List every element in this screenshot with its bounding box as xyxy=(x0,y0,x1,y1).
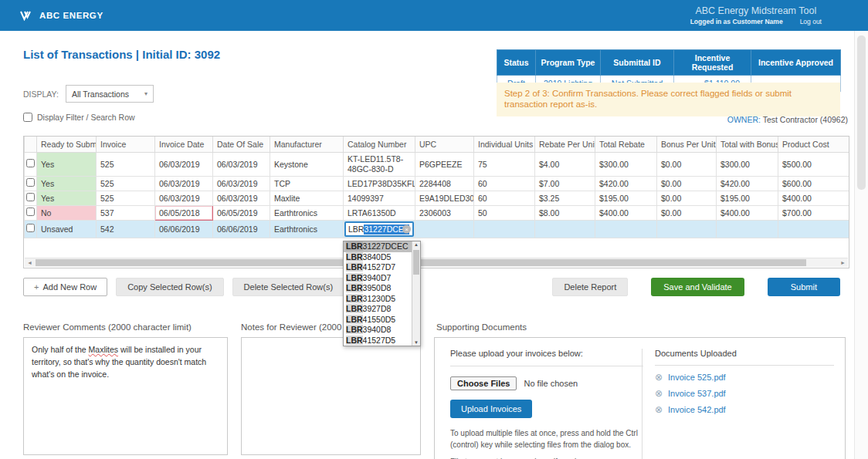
row-checkbox[interactable] xyxy=(26,193,35,201)
cell-rebate-per-unit[interactable]: $4.00 xyxy=(535,153,595,177)
cell-invoice[interactable]: 525 xyxy=(97,191,155,206)
cell-invoice-date[interactable]: 06/06/2019 xyxy=(155,221,213,238)
notes-for-reviewer-textarea[interactable] xyxy=(241,337,421,455)
cell-invoice[interactable]: 537 xyxy=(97,206,155,221)
cell-catalog-number[interactable]: LED17P38D35KFL xyxy=(344,177,415,191)
catalog-option[interactable]: LBR3950D8 xyxy=(344,283,412,294)
cell-product-cost[interactable]: $600.00 xyxy=(778,177,850,191)
cell-total-rebate[interactable]: $420.00 xyxy=(595,177,657,191)
cell-upc[interactable] xyxy=(415,221,474,238)
scroll-right-icon[interactable]: ► xyxy=(840,260,846,265)
document-link[interactable]: Invoice 537.pdf xyxy=(668,389,726,398)
dropdown-scrollbar[interactable]: ▲▼ xyxy=(412,241,420,346)
cell-catalog-number[interactable]: LRTA61350D xyxy=(344,206,415,221)
cell-upc[interactable]: E9A19DLED30/G6 xyxy=(415,191,474,206)
cell-individual-units-sold[interactable]: 75 xyxy=(474,153,535,177)
cell-bonus-per-unit[interactable] xyxy=(657,221,717,238)
cell-individual-units-sold[interactable]: 50 xyxy=(474,206,535,221)
catalog-number-input[interactable]: LBR31227DCEC× xyxy=(344,221,414,237)
cell-bonus-per-unit[interactable]: $0.00 xyxy=(657,191,717,206)
catalog-option[interactable]: LBR41550D5 xyxy=(344,315,412,326)
cell-product-cost[interactable]: $500.00 xyxy=(778,153,850,177)
cell-catalog-number[interactable]: KT-LED11.5T8-48GC-830-D xyxy=(344,153,415,177)
display-filter-checkbox[interactable] xyxy=(23,113,32,122)
cell-total-with-bonus[interactable]: $300.00 xyxy=(717,153,778,177)
catalog-option[interactable]: LBR3927D8 xyxy=(344,304,412,315)
cell-date-of-sale[interactable]: 06/03/2019 xyxy=(213,153,270,177)
cell-upc[interactable]: 2306003 xyxy=(415,206,474,221)
display-filter-select[interactable]: All Transactions ▾ xyxy=(66,85,154,103)
cell-invoice[interactable]: 525 xyxy=(97,177,155,191)
remove-document-icon[interactable]: ⊗ xyxy=(655,389,663,398)
catalog-option[interactable]: LBR3840D5 xyxy=(344,252,412,263)
row-checkbox[interactable] xyxy=(26,208,35,216)
cell-individual-units-sold[interactable]: 60 xyxy=(474,177,535,191)
cell-manufacturer[interactable]: Earthtronics xyxy=(270,221,344,238)
cell-total-rebate[interactable] xyxy=(595,221,657,238)
row-checkbox[interactable] xyxy=(26,178,35,187)
cell-invoice-date[interactable]: 06/05/2018 xyxy=(155,206,213,221)
remove-document-icon[interactable]: ⊗ xyxy=(655,373,663,382)
cell-upc[interactable]: 2284408 xyxy=(415,177,474,191)
cell-invoice[interactable]: 542 xyxy=(97,221,155,238)
cell-product-cost[interactable]: $400.00 xyxy=(778,191,850,206)
cell-catalog-number[interactable]: 14099397 xyxy=(344,191,415,206)
horizontal-scrollbar-thumb[interactable] xyxy=(36,259,806,266)
cell-invoice-date[interactable]: 06/03/2019 xyxy=(155,191,213,206)
vertical-scrollbar-thumb[interactable] xyxy=(857,35,866,190)
cell-individual-units-sold[interactable]: 60 xyxy=(474,191,535,206)
horizontal-scrollbar[interactable]: ◄ ► xyxy=(25,258,848,267)
choose-files-button[interactable]: Choose Files xyxy=(450,376,517,390)
cell-upc[interactable]: P6GPEEZE xyxy=(415,153,474,177)
catalog-option[interactable]: LBR31230D5 xyxy=(344,294,412,305)
cell-invoice-date[interactable]: 06/03/2019 xyxy=(155,177,213,191)
cell-catalog-number[interactable]: LBR31227DCEC× xyxy=(344,221,415,238)
cell-date-of-sale[interactable]: 06/03/2019 xyxy=(213,177,270,191)
row-checkbox[interactable] xyxy=(26,224,35,232)
vertical-scrollbar[interactable] xyxy=(854,31,868,459)
cell-rebate-per-unit[interactable] xyxy=(535,221,595,238)
cell-rebate-per-unit[interactable]: $3.25 xyxy=(535,191,595,206)
scroll-up-icon[interactable]: ▲ xyxy=(412,242,420,247)
cell-product-cost[interactable]: $700.00 xyxy=(778,206,850,221)
add-new-row-button[interactable]: +Add New Row xyxy=(23,278,107,296)
row-checkbox[interactable] xyxy=(26,159,35,167)
log-out-link[interactable]: Log out xyxy=(800,18,822,25)
catalog-option[interactable]: LBR31227DCEC xyxy=(344,241,412,252)
submit-button[interactable]: Submit xyxy=(768,278,840,296)
delete-selected-rows-button[interactable]: Delete Selected Row(s) xyxy=(232,278,345,296)
cell-manufacturer[interactable]: Keystone xyxy=(270,153,344,177)
cell-invoice[interactable]: 525 xyxy=(97,153,155,177)
cell-total-rebate[interactable]: $195.00 xyxy=(595,191,657,206)
cell-date-of-sale[interactable]: 06/05/2019 xyxy=(213,206,270,221)
catalog-option[interactable]: LBR3940D7 xyxy=(344,273,412,284)
cell-manufacturer[interactable]: TCP xyxy=(270,177,344,191)
catalog-option[interactable]: LBR41527D7 xyxy=(344,262,412,273)
dropdown-scrollbar-thumb[interactable] xyxy=(413,250,419,275)
cell-total-with-bonus[interactable] xyxy=(717,221,778,238)
cell-bonus-per-unit[interactable]: $0.00 xyxy=(657,153,717,177)
upload-invoices-button[interactable]: Upload Invoices xyxy=(450,400,532,418)
cell-date-of-sale[interactable]: 06/03/2019 xyxy=(213,191,270,206)
remove-document-icon[interactable]: ⊗ xyxy=(655,405,663,414)
catalog-option[interactable]: LBR3940D8 xyxy=(344,325,412,336)
cell-total-rebate[interactable]: $300.00 xyxy=(595,153,657,177)
cell-invoice-date[interactable]: 06/03/2019 xyxy=(155,153,213,177)
cell-date-of-sale[interactable]: 06/06/2019 xyxy=(213,221,270,238)
document-link[interactable]: Invoice 525.pdf xyxy=(668,373,726,382)
cell-bonus-per-unit[interactable]: $0.00 xyxy=(657,177,717,191)
cell-product-cost[interactable] xyxy=(778,221,850,238)
cell-rebate-per-unit[interactable]: $7.00 xyxy=(535,177,595,191)
cell-total-with-bonus[interactable]: $420.00 xyxy=(717,177,778,191)
copy-selected-rows-button[interactable]: Copy Selected Row(s) xyxy=(116,278,223,296)
cell-manufacturer[interactable]: Earthtronics xyxy=(270,206,344,221)
reviewer-comments-textarea[interactable]: Only half of the Maxlites will be instal… xyxy=(23,337,228,455)
clear-input-icon[interactable]: × xyxy=(402,225,411,234)
scroll-down-icon[interactable]: ▼ xyxy=(412,340,420,345)
cell-total-with-bonus[interactable]: $400.00 xyxy=(717,206,778,221)
delete-report-button[interactable]: Delete Report xyxy=(552,278,628,296)
cell-manufacturer[interactable]: Maxlite xyxy=(270,191,344,206)
document-link[interactable]: Invoice 542.pdf xyxy=(668,405,726,414)
scroll-left-icon[interactable]: ◄ xyxy=(27,260,32,265)
cell-total-rebate[interactable]: $400.00 xyxy=(595,206,657,221)
